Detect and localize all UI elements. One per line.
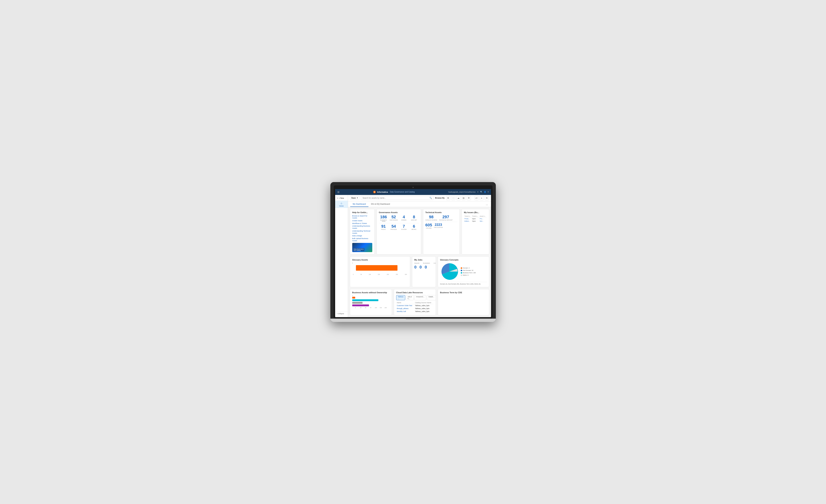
browse-copy-icon[interactable]: ⧉ [485, 196, 489, 200]
issues-table: Ticket ti... Ticket s... Asset n... Prod [464, 215, 487, 222]
sidebar-item-home[interactable]: ⌂ Home [335, 201, 348, 208]
browse-link-icon[interactable]: ⛓ [462, 196, 466, 200]
cloud-col-source: Catalog Source Name [414, 301, 433, 304]
glossary-bar-chart: 0 [352, 262, 408, 273]
stat-catalog-source-label: CATALOG SOURCE [425, 219, 437, 221]
collapse-label: Collapse [338, 313, 344, 315]
stat-column-label: COLUMN [425, 228, 432, 229]
cloud-row2-name[interactable]: through_athana [396, 307, 414, 310]
stat-sub-domain: 52 SUB DOMAIN [389, 215, 398, 222]
concepts-card: Glossary Concepts [438, 256, 489, 287]
grid-icon[interactable]: ⊞ [337, 191, 340, 193]
technical-card-title: Technical Assets [425, 211, 457, 213]
issues-card-title: My Issues (Bu... [464, 211, 487, 213]
issues-col-asset-name: Asset n... [479, 215, 487, 217]
search-type-select[interactable]: Basic ▼ [350, 196, 359, 200]
technical-card: Technical Assets 98 CATALOG SOURCE 297 [423, 209, 460, 255]
legend-domain-dot [461, 267, 462, 269]
issues-row1-asset[interactable]: Pro... [479, 217, 487, 220]
help-link-browse[interactable]: Browse & Search for Assets [352, 215, 372, 219]
new-button[interactable]: + + New [335, 196, 348, 200]
stat-process-number: 54 [389, 224, 398, 229]
search-top-icon[interactable]: 🔍 [480, 191, 482, 193]
user-account[interactable]: hawkupgrade_July22-fromselfservice [448, 191, 476, 193]
issues-row2-ticket[interactable]: Edited... [464, 220, 472, 222]
legend-business-term: Business Term: 186 [461, 272, 476, 273]
horiz-bar-gray [352, 302, 363, 304]
horiz-bar-row-1 [352, 297, 390, 299]
cloud-tab-datab[interactable]: Datab... [427, 295, 436, 300]
browse-tag-icon[interactable]: 🏷 [474, 196, 479, 200]
browse-cloud-icon[interactable]: ☁ [457, 196, 461, 200]
help-link-workflows[interactable]: Workflows & Tickets [352, 223, 372, 225]
issues-row-2: Edited... Open Wei... [464, 220, 487, 222]
cloud-row3-name[interactable]: Monthly Call [396, 310, 414, 313]
stat-business-term-label: BUSINESS TERM [379, 219, 388, 222]
cloud-row2-source: Tableau_sales_kpis [414, 307, 433, 310]
collapse-button[interactable]: ‹ Collapse [335, 311, 348, 316]
issues-row1-ticket[interactable]: Produ... [464, 217, 472, 220]
stat-sub-domain-number: 52 [389, 215, 398, 219]
card-row-1: Help for Gettin... Browse & Search for A… [350, 209, 489, 255]
cloud-row1-name[interactable]: Customer Order Test [396, 304, 414, 307]
cloud-tab-tableau[interactable]: Tableau ... [396, 295, 405, 300]
stat-data-set-label: DATA SET [409, 219, 419, 221]
legend-sub-domain: Sub Domain: 52 [461, 269, 476, 271]
cloud-tab-amazon[interactable]: AmazonS... [414, 295, 426, 300]
help-link-business[interactable]: Understanding Business Assets [352, 225, 372, 229]
browse-gear-icon[interactable]: ⚙ [467, 196, 471, 200]
issues-row1-status: Open [472, 217, 479, 220]
legend-metric-dot [461, 274, 462, 276]
chart-x-labels: 0 50 100 150 200 250 300 [352, 274, 408, 275]
browse-table-icon[interactable]: ⊞ [446, 196, 450, 200]
cloud-row-3: Monthly Call Tableau_sales_kpis [396, 310, 433, 313]
stat-technical-data-set-number: 297 [439, 215, 453, 219]
issues-row2-asset[interactable]: Wei... [479, 220, 487, 222]
stat-system: 7 SYSTEM [399, 224, 409, 230]
stat-catalog-source: 98 CATALOG SOURCE [425, 215, 437, 221]
horiz-x-labels: 0 25 50 75 100 150 200 [352, 307, 390, 308]
card-row-2: Glossary Assets 0 0 50 100 [350, 256, 489, 287]
help-link-create[interactable]: Create Assets [352, 220, 372, 222]
search-submit-icon[interactable]: 🔍 [429, 197, 432, 199]
jobs-running-stat: 0 [419, 265, 422, 269]
stat-process: 54 PROCESS [389, 224, 398, 230]
browse-icons: ⊞ ⬚ ☁ ⛓ ⚙ 🏷 ≡ ⧉ [446, 196, 489, 200]
top-bar: ⊞ Informatica Data Governance and Catalo… [335, 189, 491, 195]
search-input[interactable] [362, 197, 429, 199]
stat-system-number: 7 [399, 224, 409, 229]
x-label-0: 0 [353, 274, 354, 275]
ownership-card: Business Assets without Ownership 0 [350, 289, 392, 315]
stat-domain-number: 4 [399, 215, 409, 219]
horiz-x-0: 0 [355, 307, 360, 308]
jobs-card-title: My Jobs [414, 259, 433, 261]
horiz-bar-row-3 [352, 302, 390, 304]
user-profile-icon[interactable]: 👤 [484, 191, 486, 193]
tab-dg-dq[interactable]: DG & DQ Dashboard [368, 201, 393, 207]
help-image: Data Governanceand Catalog [352, 243, 372, 252]
tabs-more-icon[interactable]: ... [485, 202, 489, 206]
cde-card-title: Business Term by CDE [440, 292, 487, 294]
help-link-technical[interactable]: Understanding Technical Assets [352, 230, 372, 234]
browse-grid-icon[interactable]: ⬚ [451, 196, 455, 200]
cloud-tab-adls[interactable]: ADLS C... [406, 295, 414, 300]
tab-my-dashboard[interactable]: My Dashboard [350, 201, 369, 207]
informatica-logo-icon [373, 191, 376, 193]
issues-col-ticket-status: Ticket s... [472, 215, 479, 217]
help-links: Browse & Search for Assets Create Assets… [352, 215, 372, 242]
app-subtitle: Data Governance and Catalog [390, 191, 415, 193]
search-type-dropdown-icon: ▼ [357, 197, 358, 199]
stat-column-number: 605 [425, 223, 432, 227]
x-label-50: 50 [360, 274, 362, 275]
home-label: Home [339, 205, 344, 207]
cde-card: Business Term by CDE [438, 289, 489, 315]
browse-list-icon[interactable]: ≡ [480, 196, 484, 200]
cloud-col-name: Name [396, 301, 414, 304]
help-link-lineage[interactable]: Data Lineage [352, 235, 372, 237]
jobs-completed-number: 0 [425, 265, 427, 269]
help-top-icon[interactable]: ? [487, 191, 489, 193]
stat-domain-label: DOMAIN [399, 219, 409, 221]
help-link-bulk[interactable]: Bulk Upload Business Assets [352, 238, 372, 242]
stat-policy-label: POLICY [379, 229, 388, 230]
cloud-table: Name Catalog Source Name Customer Order … [396, 301, 433, 313]
